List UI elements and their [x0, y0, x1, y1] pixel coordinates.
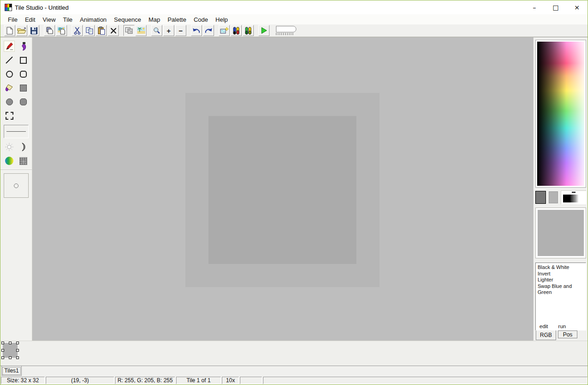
brightness-marker[interactable]: [572, 192, 576, 193]
maximize-button[interactable]: □: [545, 0, 566, 14]
zoom-slider[interactable]: [276, 26, 296, 35]
filter-edit-button[interactable]: edit: [539, 324, 548, 329]
filter-item-invert[interactable]: Invert: [538, 271, 586, 277]
menubar: File Edit View Tile Animation Sequence M…: [0, 14, 588, 24]
color-gradient-tool[interactable]: [4, 156, 14, 166]
zoom-in-button[interactable]: +: [163, 25, 174, 36]
tile-edit-canvas[interactable]: [32, 37, 533, 341]
zoom-tool-button[interactable]: [151, 25, 162, 36]
pen-icon: [5, 42, 14, 51]
tab-rgb[interactable]: RGB: [536, 330, 556, 340]
brush-tool[interactable]: [18, 41, 28, 51]
zoom-slider-handle[interactable]: [276, 26, 296, 32]
minimize-button[interactable]: –: [524, 0, 545, 14]
new-button[interactable]: [4, 25, 15, 36]
menu-tile[interactable]: Tile: [59, 15, 76, 24]
color-mode-tabs: RGB Pos: [535, 330, 586, 342]
new-tile-icon: [220, 27, 229, 34]
redo-icon: [204, 27, 213, 34]
tile-edge-preview[interactable]: [185, 93, 380, 287]
redo-button[interactable]: [203, 25, 214, 36]
filter-item-black-white[interactable]: Black & White: [538, 264, 586, 271]
fill-bucket-icon: [5, 84, 14, 92]
delete-x-icon: [110, 27, 117, 34]
filter-run-button[interactable]: run: [558, 324, 566, 329]
tile-thumbnail[interactable]: [3, 343, 18, 358]
status-spacer: [263, 377, 588, 384]
paste-button[interactable]: [96, 25, 107, 36]
ellipse-tool[interactable]: [4, 69, 14, 79]
menu-file[interactable]: File: [4, 15, 21, 24]
menu-animation[interactable]: Animation: [76, 15, 110, 24]
toolbar: + −: [0, 24, 588, 37]
selection-handle: [16, 342, 19, 344]
rounded-rect-icon: [20, 71, 27, 78]
selection-handle: [16, 349, 19, 352]
status-empty-panel: [240, 377, 262, 384]
palette-colors-2-button[interactable]: [243, 25, 254, 36]
run-code-button[interactable]: [258, 25, 270, 36]
new-tile-button[interactable]: [219, 25, 230, 36]
brightness-gradient[interactable]: [563, 195, 585, 202]
brush-shape-preview[interactable]: [4, 173, 29, 198]
menu-map[interactable]: Map: [145, 15, 164, 24]
filter-item-lighter[interactable]: Lighter: [538, 277, 586, 283]
pen-tool[interactable]: [4, 41, 14, 51]
filled-ellipse-tool[interactable]: [4, 97, 14, 107]
darken-tool[interactable]: [18, 142, 28, 152]
cut-button[interactable]: [72, 25, 83, 36]
menu-palette[interactable]: Palette: [164, 15, 190, 24]
magnifier-icon: [153, 27, 160, 34]
minimize-icon: –: [533, 4, 536, 11]
menu-code[interactable]: Code: [190, 15, 212, 24]
menu-help[interactable]: Help: [212, 15, 232, 24]
tile-drawing-area[interactable]: [208, 116, 356, 264]
zoom-in-icon: +: [167, 27, 171, 34]
save-button[interactable]: [28, 25, 39, 36]
tab-tiles1[interactable]: Tiles1: [1, 366, 22, 376]
lighten-tool[interactable]: [4, 142, 14, 152]
line-width-selector[interactable]: [4, 125, 29, 138]
undo-button[interactable]: [191, 25, 202, 36]
menu-view[interactable]: View: [39, 15, 59, 24]
selection-handle: [1, 349, 4, 352]
filled-rect-tool[interactable]: [18, 83, 28, 93]
menu-edit[interactable]: Edit: [21, 15, 39, 24]
duplicate-tile-button[interactable]: [44, 25, 55, 36]
filled-rounded-rect-tool[interactable]: [18, 97, 28, 107]
close-button[interactable]: ×: [566, 0, 588, 14]
cut-scissors-icon: [74, 27, 81, 35]
filter-item-swap-blue-green[interactable]: Swap Blue and Green: [538, 283, 586, 296]
color-picker[interactable]: [537, 42, 584, 186]
palette-colors-button[interactable]: [231, 25, 242, 36]
dither-pattern-icon: [19, 157, 27, 165]
fill-tool[interactable]: [4, 83, 14, 93]
menu-sequence[interactable]: Sequence: [110, 15, 145, 24]
zoom-out-button[interactable]: −: [175, 25, 186, 36]
line-tool[interactable]: [4, 55, 14, 65]
dither-tool[interactable]: [18, 156, 28, 166]
primary-color-swatch[interactable]: [535, 191, 546, 204]
map-mode-button[interactable]: [135, 25, 147, 36]
delete-button[interactable]: [108, 25, 119, 36]
secondary-color-swatch[interactable]: [549, 191, 558, 203]
open-button[interactable]: [16, 25, 27, 36]
save-floppy-icon: [30, 27, 38, 35]
status-cursor-position: (19, -3): [46, 377, 114, 384]
selection-handle: [1, 342, 4, 344]
status-size: Size: 32 x 32: [1, 377, 45, 384]
import-image-icon: [57, 26, 66, 35]
tile-mode-icon: [125, 27, 134, 34]
select-tool[interactable]: [4, 110, 14, 121]
tile-mode-button[interactable]: [123, 25, 135, 36]
tab-pos[interactable]: Pos: [558, 330, 577, 338]
import-image-button[interactable]: [56, 25, 67, 36]
brightness-slider[interactable]: [561, 190, 586, 204]
tile-preview-frame: [535, 208, 586, 258]
tile-set-tabs: Tiles1: [0, 366, 588, 376]
copy-pages-icon: [86, 27, 93, 35]
rectangle-icon: [20, 57, 27, 64]
copy-button[interactable]: [84, 25, 95, 36]
rounded-rect-tool[interactable]: [18, 69, 28, 79]
rectangle-tool[interactable]: [18, 55, 28, 65]
